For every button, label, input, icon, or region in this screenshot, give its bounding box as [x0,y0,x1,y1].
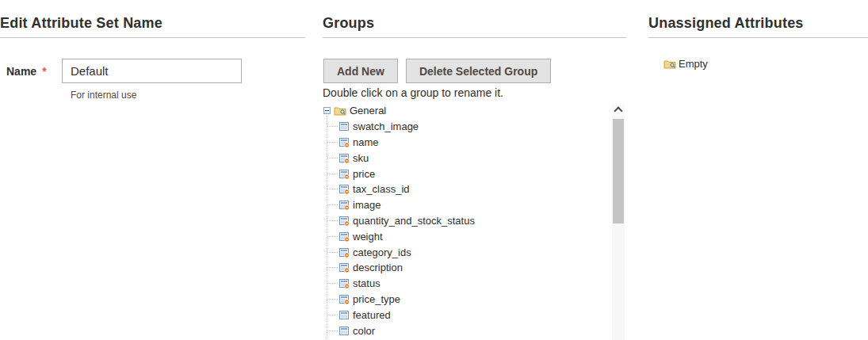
tree-item-label: image [353,199,380,211]
tree-item-label: name [353,136,379,148]
name-field-control: For internal use [62,59,242,101]
tree-item-price_type[interactable]: price_type [323,292,626,308]
name-input[interactable] [62,59,242,83]
tree-group-label: General [350,105,386,117]
tree-item-color[interactable]: color [323,323,626,338]
tree-connector [327,189,338,189]
edit-attribute-set-panel: Edit Attribute Set Name Name* For intern… [0,0,305,340]
attribute-system-icon [339,294,350,304]
tree-group-general[interactable]: General [323,103,626,119]
attribute-system-icon [339,137,350,147]
tree-item-featured[interactable]: featured [323,307,626,323]
tree-item-label: swatch_image [353,120,419,132]
scrollbar-thumb[interactable] [613,119,624,223]
required-asterisk: * [42,65,46,78]
tree-item-label: weight [353,231,383,243]
scrollbar-up-arrow-icon[interactable] [612,103,625,116]
tree-connector [327,315,338,315]
attribute-system-icon [339,216,350,226]
name-field-note: For internal use [71,90,242,101]
unassigned-attributes-panel: Unassigned Attributes Empty [648,0,868,340]
groups-panel: Groups Add New Delete Selected Group Dou… [323,0,626,340]
tree-connector [327,220,338,221]
tree-connector [327,299,338,300]
panel-title-unassigned-attributes: Unassigned Attributes [648,0,868,38]
panel-title-groups: Groups [323,0,626,38]
tree-item-name[interactable]: name [323,135,626,151]
attribute-system-icon [339,231,350,242]
groups-hint-text: Double click on a group to rename it. [323,86,503,99]
add-new-group-button[interactable]: Add New [323,59,398,83]
tree-children: swatch_imagenameskupricetax_class_idimag… [323,119,626,340]
tree-item-label: price [353,168,375,180]
groups-button-row: Add New Delete Selected Group [323,59,551,83]
attribute-icon [339,310,350,320]
attribute-system-icon [339,247,350,258]
attribute-system-icon [339,153,350,163]
tree-item-status[interactable]: status [323,276,626,292]
tree-connector [327,283,338,284]
tree-item-weight[interactable]: weight [323,228,626,244]
tree-item-price[interactable]: price [323,166,626,181]
attribute-system-icon [339,184,350,194]
tree-connector [327,236,338,237]
tree-item-label: description [353,262,403,273]
attribute-system-icon [339,278,350,288]
tree-connector [327,330,338,331]
name-field-label: Name* [0,59,62,101]
tree-connector [327,204,338,205]
tree-item-category_ids[interactable]: category_ids [323,244,626,260]
unassigned-empty-label: Empty [679,58,708,70]
tree-item-description[interactable]: description [323,260,626,276]
group-folder-icon [334,105,346,116]
tree-connector [327,174,338,174]
tree-item-sku[interactable]: sku [323,150,626,166]
attribute-set-edit-page: Edit Attribute Set Name Name* For intern… [0,0,868,340]
tree-item-swatch_image[interactable]: swatch_image [323,119,626,135]
groups-tree: General swatch_imagenameskupricetax_clas… [323,103,626,340]
tree-item-label: color [353,325,375,337]
attribute-system-icon [339,200,350,210]
tree-item-label: sku [353,152,369,164]
tree-item-label: featured [353,309,391,321]
name-field-row: Name* For internal use [0,59,305,101]
tree-connector [327,158,338,159]
attribute-icon [339,121,350,132]
tree-item-image[interactable]: image [323,197,626,213]
attribute-system-icon [339,169,350,179]
tree-item-quantity_and_stock_status[interactable]: quantity_and_stock_status [323,213,626,229]
tree-item-tax_class_id[interactable]: tax_class_id [323,181,626,197]
delete-selected-group-button[interactable]: Delete Selected Group [406,59,551,83]
tree-connector [327,126,338,127]
tree-connector [327,267,338,268]
tree-item-label: price_type [353,293,400,305]
tree-item-label: category_ids [353,246,411,258]
name-label-text: Name [6,65,36,78]
tree-item-label: tax_class_id [353,183,410,195]
panel-title-edit-attribute-set: Edit Attribute Set Name [0,0,305,38]
tree-item-label: quantity_and_stock_status [353,215,475,227]
attribute-system-icon [339,262,350,273]
tree-connector [327,252,338,253]
tree-item-label: status [353,277,380,289]
attribute-icon [339,326,350,336]
tree-scrollbar[interactable] [612,103,625,340]
collapse-minus-icon[interactable] [323,107,331,114]
empty-folder-icon [663,59,676,69]
tree-connector [327,142,338,143]
unassigned-empty-node[interactable]: Empty [663,58,708,70]
